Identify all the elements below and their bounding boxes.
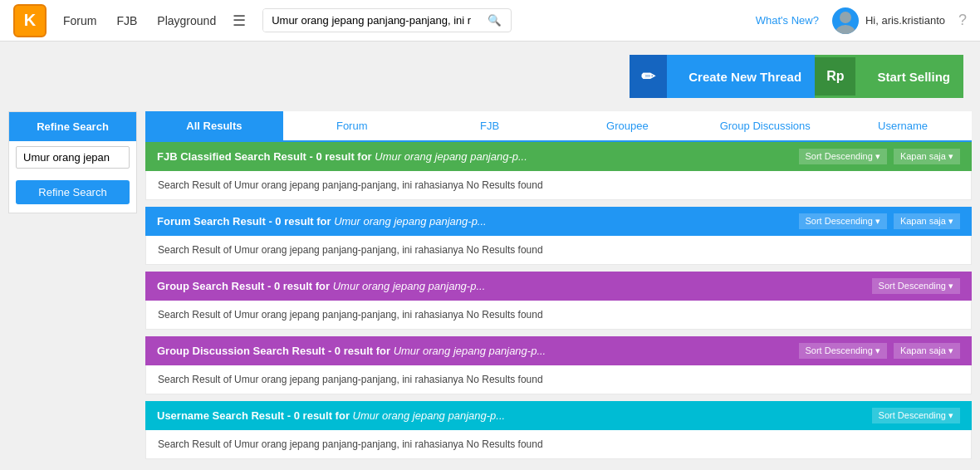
result-forum: Forum Search Result - 0 result for Umur …: [145, 207, 972, 265]
result-fjb-header: FJB Classified Search Result - 0 result …: [145, 142, 972, 171]
nav-fjb[interactable]: FJB: [116, 14, 137, 27]
tab-username[interactable]: Username: [834, 111, 972, 140]
result-group-header: Group Search Result - 0 result for Umur …: [145, 272, 972, 301]
user-area: Hi, aris.kristianto: [832, 7, 945, 34]
whats-new-link[interactable]: What's New?: [756, 14, 819, 27]
result-group-discussion-header: Group Discussion Search Result - 0 resul…: [145, 336, 972, 365]
sidebar-panel: Refine Search Refine Search: [8, 111, 137, 213]
result-username-title: Username Search Result - 0 result for Um…: [157, 409, 505, 422]
nav-forum[interactable]: Forum: [63, 14, 96, 27]
result-username-controls: Sort Descending ▾: [872, 408, 960, 423]
result-group-discussion: Group Discussion Search Result - 0 resul…: [145, 336, 972, 394]
svg-point-1: [835, 25, 855, 34]
result-username-header: Username Search Result - 0 result for Um…: [145, 401, 972, 430]
result-fjb-body: Search Result of Umur orang jepang panja…: [145, 171, 972, 200]
search-results-content: All Results Forum FJB Groupee Group Disc…: [145, 111, 972, 466]
result-fjb-title: FJB Classified Search Result - 0 result …: [157, 150, 527, 163]
start-selling-button[interactable]: Rp Start Selling: [815, 55, 963, 98]
svg-point-0: [840, 12, 851, 23]
result-username-body: Search Result of Umur orang jepang panja…: [145, 430, 972, 459]
group-discussion-kapan-button[interactable]: Kapan saja ▾: [894, 343, 960, 359]
create-thread-label: Create New Thread: [675, 70, 815, 84]
sidebar: Refine Search Refine Search: [8, 111, 137, 466]
group-discussion-sort-button[interactable]: Sort Descending ▾: [799, 343, 887, 359]
search-bar: 🔍: [262, 8, 512, 32]
tab-groupee[interactable]: Groupee: [558, 111, 696, 140]
hamburger-icon[interactable]: ☰: [233, 12, 246, 30]
forum-sort-button[interactable]: Sort Descending ▾: [799, 213, 887, 229]
result-fjb: FJB Classified Search Result - 0 result …: [145, 142, 972, 200]
site-logo[interactable]: K: [13, 4, 47, 37]
result-group-controls: Sort Descending ▾: [872, 278, 960, 294]
tabs-bar: All Results Forum FJB Groupee Group Disc…: [145, 111, 972, 142]
help-icon[interactable]: ?: [958, 12, 967, 29]
navbar: K Forum FJB Playground ☰ 🔍 What's New? H…: [0, 0, 980, 42]
fjb-sort-button[interactable]: Sort Descending ▾: [799, 149, 887, 164]
result-group-discussion-controls: Sort Descending ▾ Kapan saja ▾: [799, 343, 961, 359]
group-sort-button[interactable]: Sort Descending ▾: [872, 278, 960, 294]
sidebar-search-input[interactable]: [16, 146, 130, 169]
navbar-right: What's New? Hi, aris.kristianto ?: [756, 7, 967, 34]
result-group-title: Group Search Result - 0 result for Umur …: [157, 280, 485, 292]
start-selling-label: Start Selling: [864, 70, 963, 84]
result-group-discussion-body: Search Result of Umur orang jepang panja…: [145, 365, 972, 394]
forum-kapan-button[interactable]: Kapan saja ▾: [894, 213, 960, 229]
result-group-discussion-query: Umur orang jepang panjang-p...: [394, 345, 546, 357]
result-forum-body: Search Result of Umur orang jepang panja…: [145, 236, 972, 265]
result-fjb-query: Umur orang jepang panjang-p...: [375, 150, 527, 163]
tab-forum[interactable]: Forum: [283, 111, 421, 140]
result-username: Username Search Result - 0 result for Um…: [145, 401, 972, 459]
result-forum-controls: Sort Descending ▾ Kapan saja ▾: [799, 213, 961, 229]
create-thread-button[interactable]: ✏ Create New Thread: [630, 55, 815, 98]
username-sort-button[interactable]: Sort Descending ▾: [872, 408, 960, 423]
sidebar-title: Refine Search: [9, 112, 136, 141]
tab-fjb[interactable]: FJB: [421, 111, 559, 140]
search-button[interactable]: 🔍: [479, 9, 510, 32]
user-greeting: Hi, aris.kristianto: [865, 14, 945, 27]
tab-group-discussions[interactable]: Group Discussions: [696, 111, 834, 140]
result-forum-title: Forum Search Result - 0 result for Umur …: [157, 215, 487, 228]
action-bar: ✏ Create New Thread Rp Start Selling: [0, 42, 980, 111]
sidebar-btn-area: Refine Search: [9, 174, 136, 213]
fjb-kapan-button[interactable]: Kapan saja ▾: [894, 149, 960, 164]
sidebar-input-area: [9, 141, 136, 174]
sidebar-refine-button[interactable]: Refine Search: [16, 180, 130, 204]
nav-playground[interactable]: Playground: [157, 14, 216, 27]
result-group-query: Umur orang jepang panjang-p...: [333, 280, 486, 292]
result-forum-query: Umur orang jepang panjang-p...: [334, 215, 487, 228]
search-input[interactable]: [263, 9, 479, 32]
logo-text: K: [24, 11, 36, 30]
create-thread-icon: ✏: [630, 55, 667, 98]
search-icon: 🔍: [488, 14, 502, 27]
result-group-body: Search Result of Umur orang jepang panja…: [145, 301, 972, 330]
start-selling-icon: Rp: [815, 57, 855, 95]
nav-links: Forum FJB Playground: [63, 14, 216, 27]
result-group-discussion-title: Group Discussion Search Result - 0 resul…: [157, 345, 546, 357]
avatar: [832, 7, 859, 34]
result-forum-header: Forum Search Result - 0 result for Umur …: [145, 207, 972, 236]
result-fjb-controls: Sort Descending ▾ Kapan saja ▾: [799, 149, 961, 164]
main-content: Refine Search Refine Search All Results …: [0, 111, 980, 470]
tab-all-results[interactable]: All Results: [145, 111, 283, 140]
result-username-query: Umur orang jepang panjang-p...: [353, 409, 506, 422]
result-group: Group Search Result - 0 result for Umur …: [145, 272, 972, 330]
